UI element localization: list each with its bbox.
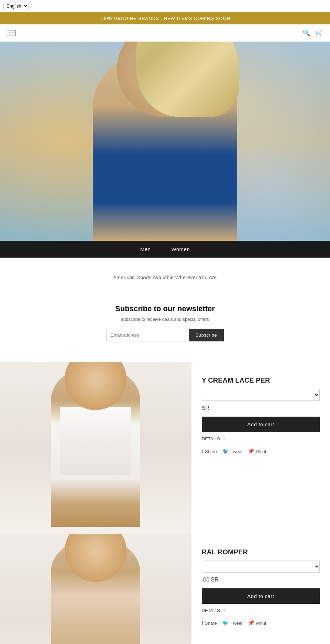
product-2-pin-button[interactable]: 📌 Pin it bbox=[248, 620, 266, 626]
cart-button[interactable]: 🛒 bbox=[316, 29, 323, 37]
newsletter-form: Subscribe bbox=[7, 329, 323, 341]
product-1-title: Y CREAM LACE PER bbox=[202, 376, 320, 385]
nav-icons: 🔍 🛒 bbox=[302, 29, 323, 37]
product-1-image bbox=[0, 362, 191, 534]
product-1-section: Y CREAM LACE PER - XS S M L XL SR Add to… bbox=[0, 362, 330, 534]
product-2-view-details-link[interactable]: DETAILS → bbox=[202, 608, 320, 613]
product-1-price: SR bbox=[202, 405, 320, 411]
product-1-image-col bbox=[0, 362, 191, 534]
product-2-tweet-label: Tweet bbox=[231, 621, 243, 626]
product-1-size-select[interactable]: - XS S M L XL bbox=[202, 389, 320, 401]
product-2-size-select[interactable]: - XS S M L XL bbox=[202, 561, 320, 573]
product-2-price: .00 SR bbox=[202, 577, 320, 583]
announcement-text: 100% GENUINE BRANDS . NEW ITEMS COMING S… bbox=[100, 16, 230, 21]
product-1-info: Y CREAM LACE PER - XS S M L XL SR Add to… bbox=[191, 362, 330, 534]
search-button[interactable]: 🔍 bbox=[302, 29, 310, 37]
twitter-icon: 🐦 bbox=[222, 448, 229, 454]
nav-item-men[interactable]: Men bbox=[140, 246, 151, 252]
product-2-pin-label: Pin it bbox=[256, 621, 266, 626]
pinterest-icon-2: 📌 bbox=[248, 620, 254, 626]
product-2-title: RAL ROMPER bbox=[202, 547, 320, 556]
category-nav: Men Women bbox=[0, 241, 330, 258]
facebook-icon: f bbox=[202, 449, 203, 454]
product-1-add-to-cart-button[interactable]: Add to cart bbox=[202, 417, 320, 432]
hero-section bbox=[0, 42, 330, 241]
product-2-info: RAL ROMPER - XS S M L XL .00 SR Add to c… bbox=[191, 534, 330, 644]
announcement-bar: 100% GENUINE BRANDS . NEW ITEMS COMING S… bbox=[0, 12, 330, 24]
hero-background bbox=[0, 42, 330, 241]
product-2-image-col bbox=[0, 534, 191, 644]
product-2-share-facebook-button[interactable]: f Share bbox=[202, 620, 217, 626]
twitter-icon-2: 🐦 bbox=[222, 620, 229, 626]
hamburger-button[interactable] bbox=[7, 30, 16, 36]
newsletter-title: Subscribe to our newsletter bbox=[7, 304, 323, 313]
tagline-text: American Goods Available Wherever You Ar… bbox=[7, 275, 323, 280]
product-2-add-to-cart-button[interactable]: Add to cart bbox=[202, 588, 320, 604]
product-2-image bbox=[0, 534, 191, 644]
product-1-share-label: Share bbox=[205, 449, 217, 454]
product-1-tweet-button[interactable]: 🐦 Tweet bbox=[222, 448, 243, 454]
tagline-section: American Goods Available Wherever You Ar… bbox=[0, 258, 330, 291]
top-nav: 🔍 🛒 bbox=[0, 24, 330, 42]
product-2-model bbox=[51, 541, 140, 644]
product-1-social-share: f Share 🐦 Tweet 📌 Pin it bbox=[202, 448, 320, 454]
product-2-section: RAL ROMPER - XS S M L XL .00 SR Add to c… bbox=[0, 534, 330, 644]
product-2-social-share: f Share 🐦 Tweet 📌 Pin it bbox=[202, 620, 320, 626]
product-1-pin-button[interactable]: 📌 Pin it bbox=[248, 448, 266, 454]
product-1-model bbox=[51, 369, 140, 527]
hero-person-image bbox=[93, 48, 237, 241]
facebook-icon-2: f bbox=[202, 620, 203, 626]
product-2-share-label: Share bbox=[205, 621, 217, 626]
newsletter-subtitle: subscribe to receive deals and special o… bbox=[7, 317, 323, 322]
newsletter-section: Subscribe to our newsletter subscribe to… bbox=[0, 291, 330, 362]
subscribe-button[interactable]: Subscribe bbox=[189, 329, 224, 341]
pinterest-icon: 📌 bbox=[248, 448, 254, 454]
product-1-view-details-link[interactable]: DETAILS → bbox=[202, 436, 320, 441]
language-select[interactable]: English Arabic bbox=[3, 2, 29, 10]
product-1-pin-label: Pin it bbox=[256, 449, 266, 454]
language-bar: English Arabic bbox=[0, 0, 330, 12]
product-1-tweet-label: Tweet bbox=[231, 449, 243, 454]
nav-item-women[interactable]: Women bbox=[171, 246, 190, 252]
product-1-share-facebook-button[interactable]: f Share bbox=[202, 448, 217, 454]
product-2-tweet-button[interactable]: 🐦 Tweet bbox=[222, 620, 243, 626]
email-input[interactable] bbox=[106, 329, 189, 341]
